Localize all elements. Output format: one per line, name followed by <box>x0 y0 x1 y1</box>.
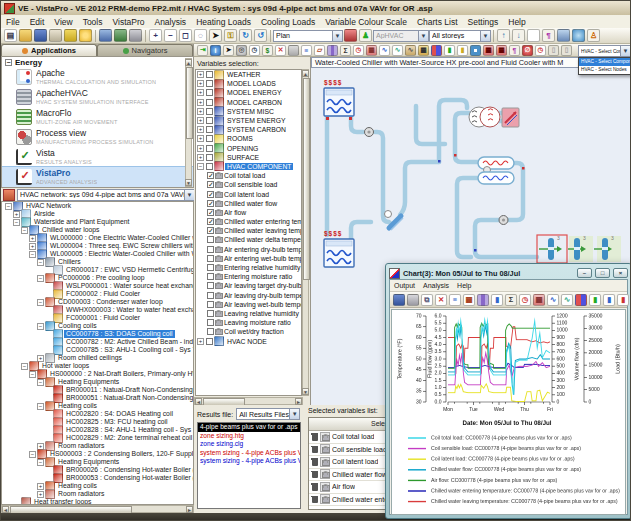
checkbox[interactable] <box>207 236 214 243</box>
select-mode-combo[interactable]: HVAC - Select Components ▼ <box>578 45 631 57</box>
walk-person-icon[interactable]: ♟ <box>359 29 372 42</box>
collapse-icon[interactable]: − <box>29 371 36 378</box>
expand-icon[interactable]: + <box>29 235 36 242</box>
expand-icon[interactable]: + <box>197 145 204 152</box>
pointer2-icon[interactable]: ➤ <box>223 45 234 56</box>
app-item-vistapro[interactable]: ✓VistaProADVANCED ANALYSIS <box>2 167 193 187</box>
chart-list-icon[interactable]: ≡ <box>449 294 461 306</box>
checkbox[interactable] <box>206 163 213 170</box>
tree-item[interactable]: −Cooling coils <box>2 322 193 330</box>
sheet-icon[interactable] <box>527 29 540 42</box>
expand-icon[interactable]: + <box>197 108 204 115</box>
checkbox[interactable]: ✓ <box>207 191 214 198</box>
lamp-icon[interactable] <box>79 29 92 42</box>
checkbox[interactable] <box>207 273 214 280</box>
checkbox[interactable] <box>206 126 213 133</box>
variable-item[interactable]: ✓Chilled water leaving temperatur <box>196 226 301 235</box>
tree-item[interactable]: Heat transfer loops <box>2 498 193 505</box>
arrow-up-icon[interactable]: ↑ <box>497 29 510 42</box>
pump[interactable] <box>499 216 508 225</box>
delete-icon[interactable] <box>311 458 318 466</box>
menu-variable-colour-scale[interactable]: Variable Colour Scale <box>320 16 412 28</box>
tree-item[interactable]: −Hot water loops <box>2 362 193 370</box>
collapse-icon[interactable]: − <box>5 59 12 66</box>
checkbox[interactable] <box>207 255 214 262</box>
tree-item[interactable]: −Chilled water loops <box>2 226 193 234</box>
profile-c-icon[interactable]: ∿ <box>405 45 416 56</box>
cooling-coil-selected[interactable]: 3 <box>537 235 567 263</box>
expand-icon[interactable]: + <box>197 80 204 87</box>
expand-icon[interactable]: + <box>29 243 36 250</box>
variable-item[interactable]: +SYSTEM ENERGY <box>196 116 301 125</box>
variable-item[interactable]: −HVAC COMPONENT <box>196 162 301 171</box>
menu-edit[interactable]: Edit <box>25 16 50 28</box>
tree-item[interactable]: WWHX000003 : Water to water heat exchang… <box>2 306 193 314</box>
variable-item[interactable]: Leaving relative humidity <box>196 309 301 318</box>
no-entry-icon[interactable]: ∅ <box>522 45 533 56</box>
results-file-item[interactable]: zone sizing.clg <box>198 440 300 449</box>
zoom-out-icon[interactable]: − <box>164 29 177 42</box>
menu-file[interactable]: File <box>1 16 25 28</box>
save-icon[interactable] <box>393 294 405 306</box>
variable-item[interactable]: +SYSTEM CARBON <box>196 125 301 134</box>
monitor-export-icon[interactable] <box>114 29 127 42</box>
tree-item[interactable]: +Room radiators <box>2 442 193 450</box>
collapse-icon[interactable]: − <box>197 163 204 170</box>
profile-b-icon[interactable]: ∿ <box>561 294 573 306</box>
trash-dim-icon[interactable]: ▯ <box>548 45 559 56</box>
table-color-icon[interactable]: ▦ <box>418 45 429 56</box>
cooling-coil[interactable]: 3 <box>568 235 593 262</box>
variable-item[interactable]: Entering moisture ratio <box>196 272 301 281</box>
chart-window-titlebar[interactable]: Chart(3): Mon 05/Jul to Thu 08/Jul – □ × <box>389 267 628 279</box>
menu-vistapro[interactable]: VistaPro <box>107 16 149 28</box>
title-bar[interactable]: VE - VistaPro - VE 2012 PRM-demo FP2.mit… <box>1 1 631 15</box>
delete-icon[interactable] <box>311 433 318 441</box>
results-file-combo[interactable]: All Results Files ▼ <box>236 408 300 420</box>
scroll-left-arrow[interactable]: ◄ <box>2 506 9 513</box>
camera-icon[interactable] <box>344 29 357 42</box>
tree-item[interactable]: −Heating Equipments <box>2 378 193 386</box>
tree-item[interactable]: CC000778 : S3: DOAS Cooling coil <box>2 330 193 338</box>
checkbox[interactable]: ✓ <box>207 227 214 234</box>
chart-menu-analysis[interactable]: Analysis <box>419 282 453 289</box>
bar-multi-icon[interactable]: ▮ <box>617 294 629 306</box>
results-file-item[interactable]: zone sizing.htg <box>198 432 300 441</box>
checkbox[interactable] <box>206 89 213 96</box>
tree-item[interactable]: −HS000000 : 2 Nat-Draft Boilers, Primary… <box>2 370 193 378</box>
print-icon[interactable] <box>407 294 419 306</box>
scroll-right-arrow[interactable]: ► <box>186 506 193 513</box>
water-source-heat-exchanger[interactable] <box>469 107 500 127</box>
variable-item[interactable]: ✓Coil sensible load <box>196 180 301 189</box>
chart-hist-icon[interactable]: ▮ <box>491 294 503 306</box>
close-button[interactable]: × <box>613 268 628 278</box>
columns-icon[interactable] <box>327 45 338 56</box>
variable-item[interactable]: Air entering wet-bulb temperatur <box>196 254 301 263</box>
delete-icon[interactable] <box>311 495 318 503</box>
checkbox[interactable] <box>207 319 214 326</box>
variable-item[interactable]: ✓Chilled water flow <box>196 199 301 208</box>
collapse-icon[interactable]: − <box>37 259 44 266</box>
tab-navigators[interactable]: Navigators <box>97 44 193 56</box>
variable-item[interactable]: Chilled water delta temperature <box>196 235 301 244</box>
expand-icon[interactable]: + <box>197 99 204 106</box>
copy-icon[interactable]: ⧉ <box>421 294 433 306</box>
tree-item[interactable]: −Chillers <box>2 258 193 266</box>
bar-green-icon[interactable]: ▮ <box>444 45 455 56</box>
expand-icon[interactable]: + <box>197 89 204 96</box>
variable-item[interactable]: ✓Chilled water entering temperatu <box>196 217 301 226</box>
checkbox[interactable] <box>206 99 213 106</box>
scroll-thumb[interactable] <box>303 78 310 280</box>
checkbox[interactable]: ✓ <box>207 218 214 225</box>
chart-columns-icon[interactable] <box>477 294 489 306</box>
arrow-down-icon[interactable]: ↓ <box>512 29 525 42</box>
expand-icon[interactable]: + <box>197 154 204 161</box>
timeseries-chart[interactable] <box>392 310 626 514</box>
collapse-icon[interactable]: − <box>37 299 44 306</box>
pin2-icon[interactable]: ¶ <box>509 45 520 56</box>
rotate-cw-icon[interactable]: ↻ <box>239 29 252 42</box>
delete-icon[interactable] <box>129 29 142 42</box>
expand-icon[interactable]: + <box>197 338 204 345</box>
menu-settings[interactable]: Settings <box>463 16 504 28</box>
tree-item[interactable]: BR000051 : Natual-Draft Non-Condensing B… <box>2 394 193 402</box>
collapse-icon[interactable]: − <box>37 403 44 410</box>
